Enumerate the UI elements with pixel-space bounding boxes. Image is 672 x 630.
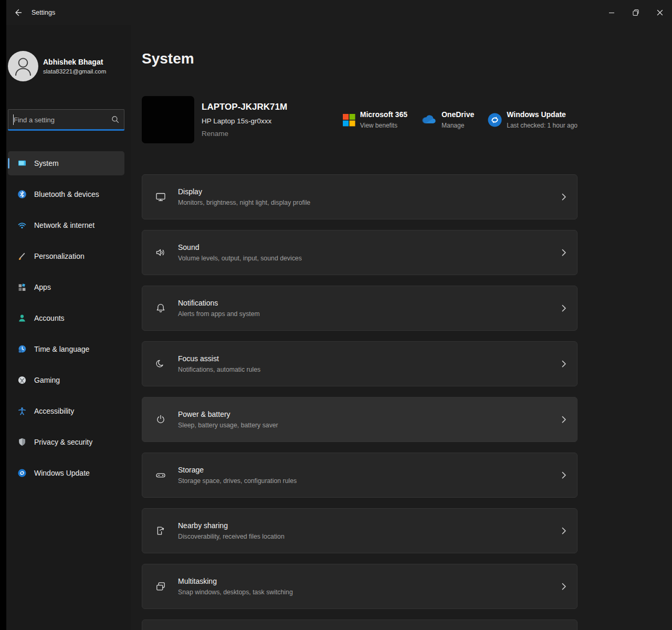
- sidebar-item-gaming[interactable]: Gaming: [8, 368, 124, 392]
- update-arrows-icon: [17, 468, 27, 478]
- sidebar-item-label: Bluetooth & devices: [34, 190, 99, 198]
- device-model: HP Laptop 15s-gr0xxx: [202, 117, 287, 125]
- chevron-right-icon: [558, 191, 570, 203]
- card-focus-assist[interactable]: Focus assist Notifications, automatic ru…: [142, 341, 578, 386]
- close-icon: [655, 8, 665, 17]
- card-title: Focus assist: [178, 354, 260, 363]
- sidebar-item-windows-update[interactable]: Windows Update: [8, 461, 124, 485]
- main-content: System LAPTOP-JKJRK71M HP Laptop 15s-gr0…: [131, 25, 672, 630]
- window-controls: [600, 0, 672, 25]
- card-subtitle: Snap windows, desktops, task switching: [178, 589, 293, 596]
- sidebar-item-label: Windows Update: [34, 469, 90, 477]
- back-button[interactable]: [9, 4, 27, 22]
- sidebar-item-label: Personalization: [34, 252, 85, 260]
- card-title: Display: [178, 187, 310, 196]
- quick-link-title: OneDrive: [442, 110, 474, 119]
- card-multitasking[interactable]: Multitasking Snap windows, desktops, tas…: [142, 564, 578, 609]
- quick-link-subtitle: Last checked: 1 hour ago: [507, 122, 578, 129]
- sidebar-item-network-internet[interactable]: Network & internet: [8, 213, 124, 237]
- sidebar-item-personalization[interactable]: Personalization: [8, 244, 124, 268]
- system-monitor-icon: [17, 159, 27, 168]
- sidebar-item-label: Accounts: [34, 314, 65, 322]
- onedrive-cloud-icon: [421, 114, 437, 125]
- quick-link-subtitle: View benefits: [360, 122, 407, 129]
- microsoft-logo-icon: [342, 113, 355, 127]
- clock-icon: [17, 344, 27, 354]
- sidebar-item-system[interactable]: System: [8, 151, 124, 175]
- sidebar: Abhishek Bhagat slata83221@gmail.com: [6, 25, 131, 630]
- card-subtitle: Discoverability, received files location: [178, 533, 285, 540]
- search-input[interactable]: [8, 110, 124, 130]
- card-title: Power & battery: [178, 410, 278, 418]
- chevron-right-icon: [558, 581, 570, 592]
- close-button[interactable]: [648, 0, 672, 25]
- sidebar-item-privacy-security[interactable]: Privacy & security: [8, 430, 124, 454]
- chevron-right-icon: [558, 469, 570, 481]
- bluetooth-icon: [17, 190, 27, 199]
- restore-button[interactable]: [624, 0, 648, 25]
- text-caret: [13, 114, 14, 125]
- chevron-right-icon: [558, 302, 570, 314]
- search-box: [8, 109, 124, 130]
- search-accent-underline: [8, 129, 124, 131]
- card-power-battery[interactable]: Power & battery Sleep, battery usage, ba…: [142, 397, 578, 442]
- card-subtitle: Storage space, drives, configuration rul…: [178, 477, 297, 485]
- multitasking-windows-icon: [155, 581, 166, 592]
- user-profile[interactable]: Abhishek Bhagat slata83221@gmail.com: [8, 51, 131, 81]
- avatar: [8, 51, 38, 81]
- search-icon[interactable]: [111, 115, 120, 124]
- person-icon: [17, 313, 27, 323]
- card-subtitle: Monitors, brightness, night light, displ…: [178, 199, 310, 206]
- sidebar-item-accessibility[interactable]: Accessibility: [8, 399, 124, 423]
- storage-drive-icon: [155, 469, 166, 481]
- profile-name: Abhishek Bhagat: [43, 58, 106, 66]
- onedrive-link[interactable]: OneDrive Manage: [421, 110, 474, 129]
- sidebar-item-apps[interactable]: Apps: [8, 275, 124, 299]
- windows-update-icon: [488, 113, 502, 127]
- settings-window: Settings: [0, 0, 672, 630]
- quick-link-title: Windows Update: [507, 110, 578, 119]
- paintbrush-icon: [17, 251, 27, 261]
- settings-cards: Display Monitors, brightness, night ligh…: [142, 174, 578, 630]
- bell-icon: [155, 302, 166, 314]
- xbox-sphere-icon: [17, 375, 27, 385]
- card-storage[interactable]: Storage Storage space, drives, configura…: [142, 453, 578, 498]
- sidebar-item-label: Time & language: [34, 345, 89, 353]
- moon-icon: [155, 358, 166, 370]
- windows-update-link[interactable]: Windows Update Last checked: 1 hour ago: [488, 110, 578, 129]
- selection-accent-pill: [8, 158, 9, 169]
- rename-link[interactable]: Rename: [202, 130, 287, 138]
- sidebar-item-bluetooth-devices[interactable]: Bluetooth & devices: [8, 182, 124, 206]
- sidebar-item-label: Network & internet: [34, 221, 94, 229]
- sidebar-item-accounts[interactable]: Accounts: [8, 306, 124, 330]
- sidebar-item-label: Privacy & security: [34, 438, 92, 446]
- sidebar-item-label: Accessibility: [34, 407, 74, 415]
- card-subtitle: Notifications, automatic rules: [178, 366, 260, 373]
- quick-link-subtitle: Manage: [442, 122, 474, 129]
- chevron-right-icon: [558, 414, 570, 425]
- device-thumbnail: [142, 96, 194, 143]
- microsoft-365-link[interactable]: Microsoft 365 View benefits: [342, 110, 407, 129]
- device-name: LAPTOP-JKJRK71M: [202, 102, 287, 112]
- card-subtitle: Sleep, battery usage, battery saver: [178, 422, 278, 429]
- sidebar-item-label: Apps: [34, 283, 51, 291]
- card-display[interactable]: Display Monitors, brightness, night ligh…: [142, 174, 578, 219]
- nearby-sharing-icon: [155, 525, 166, 537]
- quick-link-title: Microsoft 365: [360, 110, 407, 119]
- sidebar-item-time-language[interactable]: Time & language: [8, 337, 124, 361]
- card-sound[interactable]: Sound Volume levels, output, input, soun…: [142, 230, 578, 275]
- display-icon: [155, 191, 166, 203]
- shield-icon: [17, 437, 27, 447]
- minimize-button[interactable]: [600, 0, 624, 25]
- card-nearby-sharing[interactable]: Nearby sharing Discoverability, received…: [142, 508, 578, 553]
- speaker-icon: [155, 247, 166, 258]
- accessibility-person-icon: [17, 406, 27, 416]
- card-subtitle: Volume levels, output, input, sound devi…: [178, 255, 302, 262]
- card-title: Nearby sharing: [178, 521, 285, 530]
- sidebar-item-label: System: [34, 159, 59, 167]
- minimize-icon: [607, 8, 616, 17]
- card-title: Storage: [178, 466, 297, 474]
- card-partial-next[interactable]: [142, 620, 578, 630]
- card-notifications[interactable]: Notifications Alerts from apps and syste…: [142, 286, 578, 331]
- apps-grid-icon: [17, 282, 27, 292]
